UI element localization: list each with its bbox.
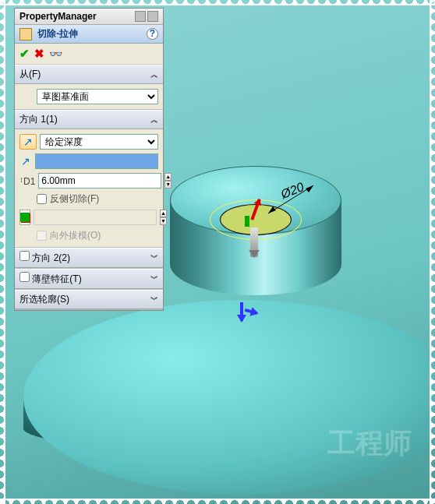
group-dir1-label: 方向 1(1) — [19, 113, 58, 126]
feature-header: 切除-拉伸 ? — [15, 25, 163, 44]
group-thin-feature: 薄壁特征(T) ︾ — [15, 269, 163, 290]
dir2-enable-checkbox[interactable] — [19, 251, 30, 261]
draft-button[interactable] — [19, 210, 30, 225]
group-direction1: 方向 1(1) ︽ ↗ 给定深度 ↗ ↕D1 ▲▼ 反侧切除(F) — [15, 110, 163, 248]
pm-titlebar: PropertyManager — [15, 9, 163, 25]
flip-side-input[interactable] — [37, 194, 47, 204]
detailed-preview-button[interactable]: 👓 — [49, 48, 62, 60]
group-direction2: 方向 2(2) ︾ — [15, 248, 163, 269]
pm-menu-icon[interactable] — [147, 11, 158, 22]
cut-extrude-icon — [19, 28, 32, 41]
draft-outward-input — [37, 231, 47, 241]
end-condition-select[interactable]: 给定深度 — [40, 134, 158, 150]
group-contours: 所选轮廓(S) ︾ — [15, 290, 163, 310]
flip-side-checkbox[interactable]: 反侧切除(F) — [19, 192, 158, 206]
pm-title-buttons — [135, 11, 158, 22]
depth-icon: ↕D1 — [19, 173, 35, 189]
group-contours-header[interactable]: 所选轮廓(S) ︾ — [15, 290, 163, 309]
draft-outward-label: 向外拔模(O) — [50, 229, 101, 242]
group-from: 从(F) ︽ 草图基准面 — [15, 65, 163, 110]
group-dir1-header[interactable]: 方向 1(1) ︽ — [15, 110, 163, 129]
thin-enable-checkbox[interactable] — [19, 272, 30, 282]
draft-angle-input — [34, 210, 157, 225]
start-condition-select[interactable]: 草图基准面 — [37, 89, 158, 104]
group-dir2-header[interactable]: 方向 2(2) ︾ — [15, 248, 163, 268]
depth-input[interactable] — [38, 173, 161, 189]
reverse-direction-button[interactable]: ↗ — [19, 134, 37, 150]
group-from-header[interactable]: 从(F) ︽ — [15, 65, 163, 84]
draft-spinner: ▲▼ — [160, 210, 167, 225]
ok-button[interactable]: ✔ — [19, 47, 30, 61]
chevron-down-icon: ︾ — [150, 294, 158, 305]
depth-spinner[interactable]: ▲▼ — [164, 173, 172, 189]
origin-marker — [245, 216, 249, 227]
chevron-up-icon: ︽ — [150, 69, 158, 80]
draft-icon — [20, 213, 30, 222]
feature-name: 切除-拉伸 — [37, 28, 78, 39]
direction-vector-icon: ↗ — [19, 153, 32, 169]
group-from-label: 从(F) — [19, 68, 41, 81]
group-thin-header[interactable]: 薄壁特征(T) ︾ — [15, 269, 163, 289]
watermark: 工程师 — [327, 429, 412, 457]
direction-entity-input[interactable] — [35, 153, 158, 169]
pm-title: PropertyManager — [19, 11, 97, 22]
chevron-down-icon: ︾ — [150, 273, 158, 284]
flip-side-label: 反侧切除(F) — [50, 192, 99, 206]
base-disc-top[interactable] — [23, 300, 435, 495]
pm-pushpin-icon[interactable] — [135, 11, 146, 22]
confirm-bar: ✔ ✖ 👓 — [15, 44, 163, 65]
group-thin-label: 薄壁特征(T) — [32, 273, 81, 284]
property-manager-panel: PropertyManager 切除-拉伸 ? ✔ ✖ 👓 从(F) ︽ 草图基… — [14, 8, 164, 311]
help-button[interactable]: ? — [147, 28, 158, 40]
chevron-down-icon: ︾ — [150, 252, 158, 263]
draft-outward-checkbox: 向外拔模(O) — [19, 229, 158, 242]
drag-handle-depth[interactable] — [250, 227, 258, 257]
reverse-arrow-icon: ↗ — [23, 136, 33, 148]
chevron-up-icon: ︽ — [150, 115, 158, 125]
group-contours-label: 所选轮廓(S) — [19, 293, 69, 306]
group-dir2-label: 方向 2(2) — [32, 252, 70, 263]
cancel-button[interactable]: ✖ — [34, 47, 44, 61]
